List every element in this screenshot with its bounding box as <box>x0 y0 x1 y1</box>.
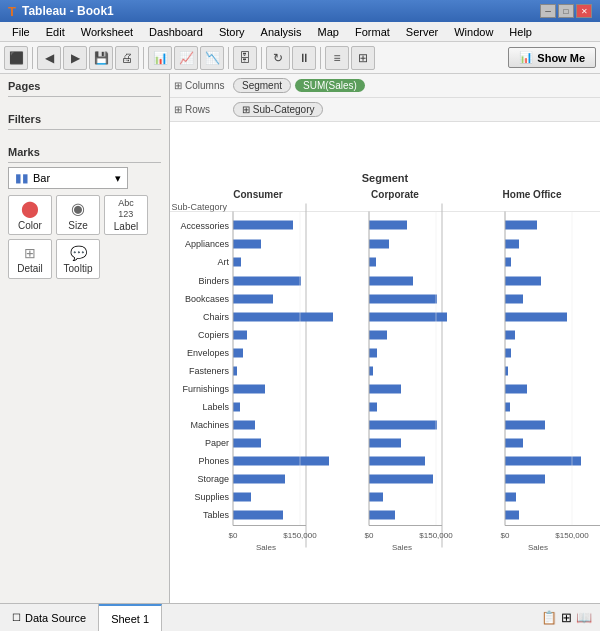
cat-storage: Storage <box>197 474 229 484</box>
bar-homeoffice-machines <box>505 421 545 430</box>
bar-corporate-chairs <box>369 313 447 322</box>
forward-button[interactable]: ▶ <box>63 46 87 70</box>
menu-file[interactable]: File <box>4 24 38 40</box>
cat-phones: Phones <box>198 456 229 466</box>
sum-sales-pill[interactable]: SUM(Sales) <box>295 79 365 92</box>
marks-buttons: ⬤ Color ◉ Size Abc123 Label ⊞ Detail 💬 <box>8 195 161 279</box>
sales-label-2: Sales <box>392 543 412 552</box>
title-bar-controls[interactable]: ─ □ ✕ <box>540 4 592 18</box>
toolbar-sep-5 <box>320 47 321 69</box>
refresh-button[interactable]: ↻ <box>266 46 290 70</box>
bar-homeoffice-paper <box>505 439 523 448</box>
pages-divider <box>8 96 161 97</box>
show-me-label: Show Me <box>537 52 585 64</box>
bar-homeoffice-art <box>505 258 511 267</box>
marks-divider <box>8 162 161 163</box>
tooltip-label: Tooltip <box>64 263 93 274</box>
menu-format[interactable]: Format <box>347 24 398 40</box>
size-label: Size <box>68 220 87 231</box>
bar-corporate-storage <box>369 475 433 484</box>
chart-btn-3[interactable]: 📉 <box>200 46 224 70</box>
color-label: Color <box>18 220 42 231</box>
bar-consumer-labels <box>233 403 240 412</box>
cat-bookcases: Bookcases <box>185 294 230 304</box>
new-worksheet-icon[interactable]: 📋 <box>541 610 557 625</box>
marks-type-dropdown[interactable]: ▮▮ Bar ▾ <box>8 167 128 189</box>
marks-label-button[interactable]: Abc123 Label <box>104 195 148 235</box>
marks-section: Marks ▮▮ Bar ▾ ⬤ Color ◉ Size A <box>0 140 169 603</box>
x-label-6: $150,000 <box>555 531 589 540</box>
segment-pill[interactable]: Segment <box>233 78 291 93</box>
print-button[interactable]: 🖨 <box>115 46 139 70</box>
menu-story[interactable]: Story <box>211 24 253 40</box>
sub-category-pill[interactable]: ⊞ Sub-Category <box>233 102 323 117</box>
group-button[interactable]: ⊞ <box>351 46 375 70</box>
marks-tooltip-button[interactable]: 💬 Tooltip <box>56 239 100 279</box>
chart-btn-1[interactable]: 📊 <box>148 46 172 70</box>
cat-paper: Paper <box>205 438 229 448</box>
marks-size-button[interactable]: ◉ Size <box>56 195 100 235</box>
canvas-area: ⊞ Columns Segment SUM(Sales) ⊞ Rows ⊞ Su… <box>170 74 600 603</box>
columns-shelf: ⊞ Columns Segment SUM(Sales) <box>170 74 600 98</box>
x-label-4: $150,000 <box>419 531 453 540</box>
new-story-icon[interactable]: 📖 <box>576 610 592 625</box>
datasource-tab[interactable]: ☐ Data Source <box>0 604 99 631</box>
bar-consumer-bookcases <box>233 295 273 304</box>
filters-divider <box>8 129 161 130</box>
save-button[interactable]: 💾 <box>89 46 113 70</box>
bar-corporate-binders <box>369 277 413 286</box>
bottom-bar: ☐ Data Source Sheet 1 📋 ⊞ 📖 <box>0 603 600 631</box>
menu-analysis[interactable]: Analysis <box>253 24 310 40</box>
sheet1-tab[interactable]: Sheet 1 <box>99 604 162 631</box>
sales-label-1: Sales <box>256 543 276 552</box>
x-label-3: $0 <box>365 531 374 540</box>
back-button[interactable]: ◀ <box>37 46 61 70</box>
bar-consumer-appliances <box>233 240 261 249</box>
bar-corporate-phones <box>369 457 425 466</box>
bar-corporate-labels <box>369 403 377 412</box>
menu-window[interactable]: Window <box>446 24 501 40</box>
tableau-icon: T <box>8 4 16 19</box>
new-dashboard-icon[interactable]: ⊞ <box>561 610 572 625</box>
bar-corporate-envelopes <box>369 349 377 358</box>
marks-color-button[interactable]: ⬤ Color <box>8 195 52 235</box>
close-button[interactable]: ✕ <box>576 4 592 18</box>
marks-type-label: Bar <box>33 172 50 184</box>
bar-consumer-tables <box>233 511 283 520</box>
bar-consumer-phones <box>233 457 329 466</box>
menu-map[interactable]: Map <box>310 24 347 40</box>
menu-edit[interactable]: Edit <box>38 24 73 40</box>
pause-button[interactable]: ⏸ <box>292 46 316 70</box>
bar-corporate-fasteners <box>369 367 373 376</box>
bar-corporate-machines <box>369 421 437 430</box>
columns-grid-icon: ⊞ <box>174 80 182 91</box>
bar-corporate-tables <box>369 511 395 520</box>
bar-consumer-furnishings <box>233 385 265 394</box>
show-me-button[interactable]: 📊 Show Me <box>508 47 596 68</box>
marks-detail-button[interactable]: ⊞ Detail <box>8 239 52 279</box>
cat-labels: Labels <box>202 402 229 412</box>
cat-chairs: Chairs <box>203 312 230 322</box>
chart-btn-2[interactable]: 📈 <box>174 46 198 70</box>
cat-fasteners: Fasteners <box>189 366 230 376</box>
bar-consumer-art <box>233 258 241 267</box>
menu-worksheet[interactable]: Worksheet <box>73 24 141 40</box>
menu-bar: File Edit Worksheet Dashboard Story Anal… <box>0 22 600 42</box>
bar-homeoffice-accessories <box>505 221 537 230</box>
toolbar-sep-1 <box>32 47 33 69</box>
bottom-tab-icons: 📋 ⊞ 📖 <box>541 610 600 625</box>
sort-button[interactable]: ≡ <box>325 46 349 70</box>
maximize-button[interactable]: □ <box>558 4 574 18</box>
minimize-button[interactable]: ─ <box>540 4 556 18</box>
menu-dashboard[interactable]: Dashboard <box>141 24 211 40</box>
menu-help[interactable]: Help <box>501 24 540 40</box>
filters-section: Filters <box>0 107 169 140</box>
dropdown-arrow-icon: ▾ <box>115 172 121 185</box>
new-button[interactable]: ⬛ <box>4 46 28 70</box>
cat-art: Art <box>217 257 229 267</box>
data-btn[interactable]: 🗄 <box>233 46 257 70</box>
cat-accessories: Accessories <box>180 221 229 231</box>
pill-expand-icon: ⊞ <box>242 104 250 115</box>
marks-title: Marks <box>8 146 161 158</box>
menu-server[interactable]: Server <box>398 24 446 40</box>
